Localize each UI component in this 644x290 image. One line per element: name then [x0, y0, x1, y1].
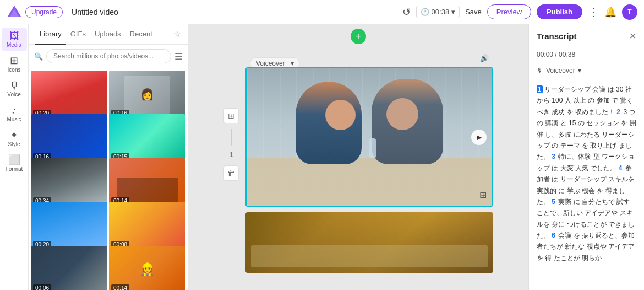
icons-icon: ⊞ [10, 56, 18, 66]
segment-5-marker: 5 [552, 198, 555, 206]
transcript-time-display: 00:00 / 00:38 [537, 51, 575, 58]
segment-4-marker: 4 [619, 164, 623, 172]
timer-text: 00:38 [432, 8, 450, 16]
mic-icon: 🎙 [537, 67, 543, 74]
topbar-actions: ↺ 🕐 00:38 ▾ Save Preview Publish ⋮ 🔔 T [402, 4, 637, 20]
voiceover-text: Voiceover [256, 60, 285, 67]
thumb-duration-10: 00:14 [111, 284, 129, 290]
transcript-header: Transcript ✕ [529, 24, 644, 46]
sidebar-item-music[interactable]: ♪ Music [2, 102, 27, 126]
segment-2-marker: 2 [616, 108, 620, 116]
tab-uploads[interactable]: Uploads [90, 24, 125, 45]
video-grid-button[interactable]: ⊞ [479, 190, 487, 200]
tab-recent[interactable]: Recent [125, 24, 157, 45]
video-title: Untitled video [72, 8, 118, 17]
sidebar-voice-label: Voice [7, 92, 20, 98]
preview-column: Voiceover ▾ 🔊 [245, 53, 493, 273]
timer-display[interactable]: 🕐 00:38 ▾ [416, 6, 460, 18]
canvas-left-tools: ⊞ 1 🗑 [223, 53, 239, 181]
format-icon: ⬜ [8, 155, 20, 165]
tool-divider [231, 129, 232, 146]
thumb-duration-9: 00:06 [33, 284, 51, 290]
media-thumb-10[interactable]: 👷 00:14 [109, 246, 185, 290]
tab-library[interactable]: Library [35, 24, 66, 45]
media-thumb-7[interactable]: 00:20 [31, 202, 107, 250]
media-icon: 🖼 [9, 31, 19, 41]
voice-icon: 🎙 [9, 80, 19, 90]
notifications-button[interactable]: 🔔 [604, 6, 616, 18]
search-input[interactable] [46, 49, 171, 63]
timer-chevron: ▾ [451, 8, 455, 16]
media-thumb-8[interactable]: 00:08 [109, 202, 185, 250]
transcript-title: Transcript [537, 31, 629, 41]
add-icon: + [356, 31, 362, 42]
user-avatar[interactable]: T [622, 4, 637, 20]
sidebar-format-label: Format [6, 166, 23, 172]
sidebar-item-icons[interactable]: ⊞ Icons [2, 52, 27, 76]
media-thumb-9[interactable]: 00:06 [31, 246, 107, 290]
voiceover-chevron: ▾ [291, 60, 294, 67]
audio-mute-icon[interactable]: 🔊 [480, 54, 489, 62]
canvas-top: + [188, 24, 528, 47]
second-scene-preview[interactable] [245, 212, 493, 273]
media-thumb-5[interactable]: 00:34 [31, 158, 107, 206]
upgrade-button[interactable]: Upgrade [25, 6, 63, 18]
clock-icon: 🕐 [421, 8, 429, 16]
search-bar: 🔍 ☰ [29, 45, 188, 68]
media-thumb-6[interactable]: 00:14 [109, 158, 185, 206]
undo-button[interactable]: ↺ [402, 6, 411, 18]
publish-button[interactable]: Publish [537, 4, 582, 19]
filter-button[interactable]: ☰ [174, 51, 182, 62]
delete-scene-button[interactable]: 🗑 [223, 165, 239, 181]
media-grid: 00:20 👩 00:16 00:16 00:15 00:34 [29, 68, 188, 290]
media-thumb-1[interactable]: 00:20 [31, 71, 107, 119]
sidebar-media-label: Media [7, 42, 21, 48]
video-frame[interactable]: ▶ ⊞ [245, 67, 493, 207]
transcript-text: 1 リーダーシップ 会議 は 30 社 から 100 人 以上 の 参加 で 驚… [529, 78, 644, 290]
preview-button[interactable]: Preview [487, 4, 531, 19]
more-options-button[interactable]: ⋮ [588, 6, 599, 19]
segment-6-marker: 6 [552, 232, 555, 239]
segment-1-marker: 1 [537, 85, 543, 93]
media-thumb-2[interactable]: 👩 00:16 [109, 71, 185, 119]
media-tabs: Library GIFs Uploads Recent ☆ [29, 24, 188, 45]
topbar: Upgrade Untitled video ↺ 🕐 00:38 ▾ Save … [0, 0, 644, 24]
music-icon: ♪ [12, 105, 17, 115]
add-scene-button[interactable]: + [351, 29, 366, 44]
video-frame-wrapper: Voiceover ▾ 🔊 [245, 53, 493, 207]
sidebar-icons-label: Icons [8, 67, 21, 73]
canvas-area: + ⊞ 1 🗑 Voiceover ▾ 🔊 [188, 24, 528, 290]
media-panel: Library GIFs Uploads Recent ☆ 🔍 ☰ 00:20 … [29, 24, 188, 290]
search-icon: 🔍 [34, 52, 43, 61]
close-transcript-button[interactable]: ✕ [629, 31, 636, 41]
sidebar-style-label: Style [8, 141, 20, 147]
canvas-content: ⊞ 1 🗑 Voiceover ▾ 🔊 [188, 47, 528, 290]
sidebar-music-label: Music [7, 116, 21, 122]
transcript-time: 00:00 / 00:38 [529, 46, 644, 63]
add-element-button[interactable]: ⊞ [223, 108, 239, 123]
voiceover-row-label: Voiceover [546, 67, 575, 74]
media-thumb-3[interactable]: 00:16 [31, 114, 107, 162]
style-icon: ✦ [10, 130, 18, 140]
left-sidebar: 🖼 Media ⊞ Icons 🎙 Voice ♪ Music ✦ Style … [0, 24, 29, 290]
main-layout: 🖼 Media ⊞ Icons 🎙 Voice ♪ Music ✦ Style … [0, 24, 644, 290]
scene-number: 1 [230, 151, 233, 159]
media-thumb-4[interactable]: 00:15 [109, 114, 185, 162]
tab-gifs[interactable]: GIFs [66, 24, 90, 45]
sidebar-item-format[interactable]: ⬜ Format [2, 152, 27, 175]
sidebar-item-voice[interactable]: 🎙 Voice [2, 77, 27, 101]
voiceover-row[interactable]: 🎙 Voiceover ▾ [529, 63, 644, 78]
transcript-panel: Transcript ✕ 00:00 / 00:38 🎙 Voiceover ▾… [528, 24, 644, 290]
video-play-button[interactable]: ▶ [471, 130, 487, 145]
segment-3-marker: 3 [552, 153, 555, 160]
sidebar-item-style[interactable]: ✦ Style [2, 127, 27, 151]
favorites-button[interactable]: ☆ [174, 30, 181, 39]
save-button[interactable]: Save [465, 8, 482, 16]
sidebar-item-media[interactable]: 🖼 Media [2, 28, 27, 51]
voiceover-row-chevron: ▾ [578, 67, 581, 74]
logo-area: Upgrade [7, 4, 63, 20]
lumen5-logo[interactable] [7, 4, 22, 20]
